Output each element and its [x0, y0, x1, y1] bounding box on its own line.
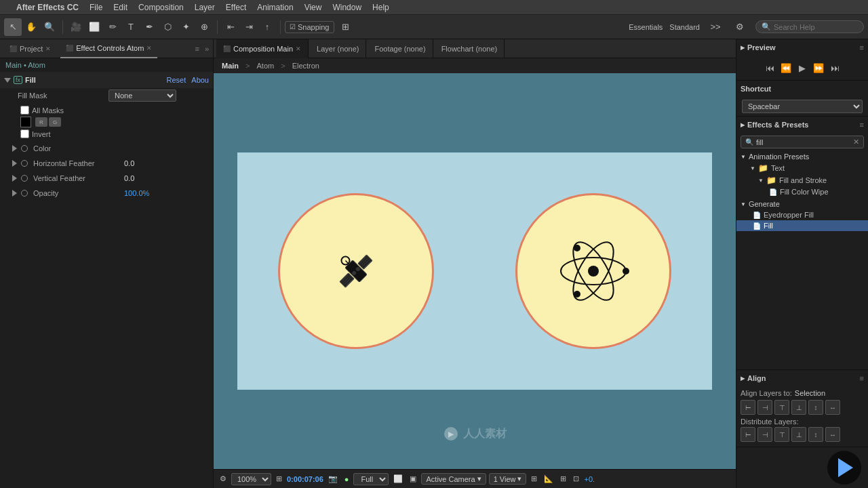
align-right-btn[interactable]: ⊤	[774, 400, 789, 415]
ep-text-folder[interactable]: ▼ 📁 Text	[736, 162, 868, 174]
align-header[interactable]: ▶ Align ≡	[736, 370, 868, 386]
snapping-toggle[interactable]: ☑ Snapping	[285, 21, 334, 33]
nav-main[interactable]: Main	[219, 62, 241, 70]
dist-left-btn[interactable]: ⊢	[741, 427, 755, 442]
text-tool[interactable]: T	[122, 18, 140, 36]
menu-help[interactable]: Help	[372, 3, 389, 12]
align-bottom-btn[interactable]: ↔	[825, 400, 840, 415]
quality-select[interactable]: Full	[353, 473, 389, 485]
comp-tab-main[interactable]: ⬛ Composition Main ✕	[216, 39, 309, 58]
region-of-interest-btn[interactable]: ⬜	[391, 474, 405, 483]
panel-menu-icon[interactable]: ≡	[195, 45, 199, 53]
comp-tab-main-close[interactable]: ✕	[296, 45, 301, 52]
comp-tab-flowchart[interactable]: Flowchart (none)	[435, 39, 505, 58]
invert-checkbox[interactable]	[20, 129, 29, 138]
panel-expand-icon[interactable]: »	[205, 45, 209, 53]
ep-eyedropper-fill[interactable]: 📄 Eyedropper Fill	[736, 209, 868, 220]
nav-electron[interactable]: Electron	[290, 62, 322, 70]
align-menu-icon[interactable]: ≡	[860, 374, 864, 382]
select-tool[interactable]: ↖	[4, 18, 22, 36]
channel-icon-2[interactable]: G	[49, 117, 61, 127]
view-select[interactable]: 1 View ▾	[489, 473, 527, 485]
menu-animation[interactable]: Animation	[257, 3, 293, 12]
play-btn[interactable]: ▶	[795, 60, 810, 75]
color-swatch[interactable]	[20, 117, 31, 127]
ep-search-input[interactable]	[756, 138, 850, 146]
shortcut-select[interactable]: Spacebar	[742, 100, 863, 113]
menu-layer[interactable]: Layer	[195, 3, 215, 12]
tab-project[interactable]: ⬛ Project ✕	[4, 39, 56, 58]
align-hcenter-btn[interactable]: ⊣	[757, 400, 772, 415]
shape-tool[interactable]: ⬡	[159, 18, 176, 36]
camera-select[interactable]: Active Camera ▾	[421, 473, 486, 485]
menu-edit[interactable]: Edit	[113, 3, 127, 12]
comp-tab-layer[interactable]: Layer (none)	[310, 39, 366, 58]
about-btn[interactable]: Abou	[191, 76, 209, 84]
workspace-standard[interactable]: Standard	[669, 23, 700, 31]
step-forward-btn[interactable]: ⏩	[811, 60, 826, 75]
step-back-btn[interactable]: ⏪	[778, 60, 793, 75]
anchor-tool[interactable]: ✒	[140, 18, 158, 36]
color-icon[interactable]: ●	[342, 475, 351, 483]
settings-btn[interactable]: ⚙	[731, 18, 749, 36]
tab-ec-close[interactable]: ✕	[146, 45, 152, 52]
comp-tab-footage[interactable]: Footage (none)	[368, 39, 433, 58]
align-left-tool[interactable]: ⇤	[222, 18, 239, 36]
dist-top-btn[interactable]: ⊥	[791, 427, 806, 442]
dist-right-btn[interactable]: ⊤	[774, 427, 789, 442]
channel-btn[interactable]: ⊡	[571, 474, 581, 483]
tab-project-close[interactable]: ✕	[45, 45, 51, 52]
hand-tool[interactable]: ✋	[22, 18, 40, 36]
dist-hcenter-btn[interactable]: ⊣	[757, 427, 772, 442]
color-expand-icon[interactable]	[12, 145, 17, 152]
menu-file[interactable]: File	[90, 3, 102, 12]
preview-play-overlay[interactable]	[827, 451, 861, 485]
puppet-tool[interactable]: ✦	[177, 18, 195, 36]
camera-icon[interactable]: 📷	[326, 474, 340, 483]
preview-menu-icon[interactable]: ≡	[860, 43, 864, 52]
channel-icon-1[interactable]: R	[35, 117, 47, 127]
align-vcenter-btn[interactable]: ↕	[808, 400, 823, 415]
comp-settings-icon[interactable]: ⚙	[218, 474, 229, 483]
menu-composition[interactable]: Composition	[138, 3, 184, 12]
menu-window[interactable]: Window	[332, 3, 361, 12]
rotobrush-tool[interactable]: ⊕	[195, 18, 213, 36]
hfeather-expand-icon[interactable]	[12, 160, 17, 167]
dist-bottom-btn[interactable]: ↔	[825, 427, 840, 442]
align-right-tool[interactable]: ⇥	[240, 18, 258, 36]
expand-workspace[interactable]: >>	[707, 18, 724, 36]
dist-vcenter-btn[interactable]: ↕	[808, 427, 823, 442]
ep-fill[interactable]: 📄 Fill	[736, 220, 868, 231]
fill-mask-select[interactable]: None	[108, 89, 176, 102]
zoom-select[interactable]: 100%	[231, 473, 271, 485]
align-up-tool[interactable]: ↑	[258, 18, 276, 36]
ep-menu-icon[interactable]: ≡	[860, 121, 864, 129]
camera-tool[interactable]: 🎥	[67, 18, 85, 36]
fit-to-frame-btn[interactable]: ⊞	[274, 474, 284, 483]
pixel-aspect-btn[interactable]: ⊞	[529, 474, 539, 483]
nav-atom[interactable]: Atom	[254, 62, 277, 70]
jump-to-end-btn[interactable]: ⏭	[827, 60, 842, 75]
ep-fill-stroke-folder[interactable]: ▼ 📁 Fill and Stroke	[736, 174, 868, 186]
ruler-btn[interactable]: 📐	[542, 474, 555, 483]
rect-tool[interactable]: ⬜	[85, 18, 103, 36]
align-left-btn[interactable]: ⊢	[741, 400, 755, 415]
ep-animation-presets-header[interactable]: ▼ Animation Presets	[736, 151, 868, 162]
snapping-checkbox[interactable]: ☑	[290, 23, 296, 30]
opacity-expand-icon[interactable]	[12, 190, 17, 197]
all-masks-checkbox[interactable]	[20, 106, 29, 115]
jump-to-start-btn[interactable]: ⏮	[762, 60, 777, 75]
tab-effect-controls[interactable]: ⬛ Effect Controls Atom ✕	[60, 39, 157, 58]
fill-expand-icon[interactable]	[4, 78, 11, 83]
vfeather-expand-icon[interactable]	[12, 175, 17, 182]
expand-tool[interactable]: ⊞	[337, 18, 355, 36]
align-top-btn[interactable]: ⊥	[791, 400, 806, 415]
transparency-btn[interactable]: ▣	[408, 474, 418, 483]
menu-view[interactable]: View	[304, 3, 322, 12]
workspace-essentials[interactable]: Essentials	[629, 23, 663, 31]
pen-tool[interactable]: ✏	[104, 18, 121, 36]
reset-btn[interactable]: Reset	[167, 76, 186, 84]
zoom-tool[interactable]: 🔍	[41, 18, 58, 36]
ep-generate-header[interactable]: ▼ Generate	[736, 199, 868, 209]
ep-clear-btn[interactable]: ✕	[853, 138, 859, 146]
